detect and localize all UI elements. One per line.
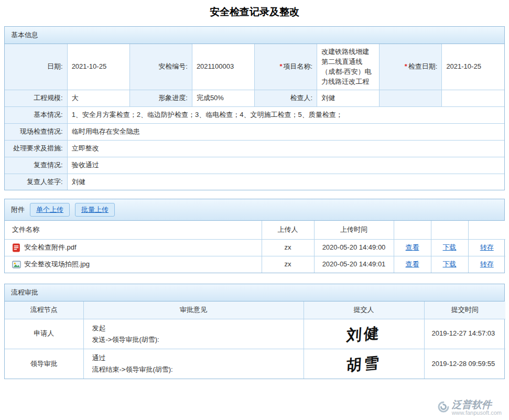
basic-row-measures: 处理要求及措施: 立即整改 <box>5 140 504 157</box>
basic-situation-label: 基本情况: <box>5 107 67 124</box>
opinion-line: 通过 <box>92 352 299 364</box>
measures-value: 立即整改 <box>67 140 504 157</box>
basic-row-1: 日期: 2021-10-25 安检编号: 2021100003 *项目名称: 改… <box>5 44 504 90</box>
approval-opinion: 通过 流程结束->领导审批(胡雪): <box>88 352 299 375</box>
approval-header: 流程审批 <box>5 284 504 301</box>
file-uploader: zx <box>262 256 314 273</box>
submitter-signature: 刘健 <box>346 321 382 347</box>
inspection-no-value: 2021100003 <box>192 44 254 90</box>
scale-value: 大 <box>67 90 129 107</box>
submit-time: 2019-12-27 14:57:03 <box>424 319 505 349</box>
view-link[interactable]: 查看 <box>406 260 419 268</box>
opinion-line: 流程结束->领导审批(胡雪): <box>92 364 299 375</box>
empty-value-cell <box>442 90 504 107</box>
recheck-label: 复查情况: <box>5 157 67 174</box>
progress-value: 完成50% <box>192 90 254 107</box>
save-as-link[interactable]: 转存 <box>480 243 494 251</box>
file-name-cell: 安全检查附件.pdf <box>9 243 257 253</box>
basic-info-panel: 基本信息 日期: 2021-10-25 安检编号: 2021100003 *项目… <box>4 26 505 190</box>
col-action-2 <box>431 221 468 239</box>
page: 安全检查记录及整改 基本信息 日期: 2021-10-25 安检编号: 2021… <box>0 5 509 379</box>
submit-time: 2019-12-28 09:59:55 <box>424 349 505 379</box>
basic-info-header-label: 基本信息 <box>11 30 38 40</box>
approval-table: 流程节点 审批意见 提交人 提交时间 申请人 发起 发送->领导审批(胡雪): … <box>5 301 505 379</box>
basic-info-header: 基本信息 <box>5 27 504 44</box>
single-upload-button[interactable]: 单个上传 <box>30 203 70 217</box>
attachments-header-label: 附件 <box>11 205 25 214</box>
approval-header-label: 流程审批 <box>11 288 38 297</box>
measures-label: 处理要求及措施: <box>5 140 67 157</box>
save-as-link[interactable]: 转存 <box>480 260 494 268</box>
check-date-value: 2021-10-25 <box>442 44 504 90</box>
col-flow-node: 流程节点 <box>5 301 83 319</box>
project-name-label: *项目名称: <box>255 44 317 90</box>
basic-row-recheck: 复查情况: 验收通过 <box>5 157 504 174</box>
submitter-signature: 胡雪 <box>346 351 382 376</box>
required-marker: * <box>279 62 282 70</box>
file-upload-time: 2020-05-20 14:49:00 <box>314 240 394 256</box>
pdf-file-icon <box>12 243 21 252</box>
col-submit-time: 提交时间 <box>424 301 505 319</box>
vendor-url: www.fanpusoft.com <box>452 410 502 416</box>
site-check-label: 现场检查情况: <box>5 124 67 141</box>
col-upload-time: 上传时间 <box>314 221 394 239</box>
basic-situation-value: 1、安全月方案检查；2、临边防护检查；3、临电检查；4、文明施工检查；5、质量检… <box>67 107 504 124</box>
col-action-1 <box>394 221 431 239</box>
opinion-line: 发送->领导审批(胡雪): <box>92 334 299 346</box>
file-name: 安全检查附件.pdf <box>24 243 77 253</box>
check-date-label: *检查日期: <box>380 44 442 90</box>
download-link[interactable]: 下载 <box>443 260 457 268</box>
opinion-line: 发起 <box>92 322 299 334</box>
flow-node: 申请人 <box>5 319 83 349</box>
inspector-label: 检查人: <box>255 90 317 107</box>
recheck-sign-label: 复查人签字: <box>5 174 67 190</box>
project-name-value: 改建铁路线增建第二线直通线（成都-西安）电力线路迁改工程 <box>317 44 380 90</box>
site-check-value: 临时用电存在安全隐患 <box>67 124 504 141</box>
basic-row-site-check: 现场检查情况: 临时用电存在安全隐患 <box>5 124 504 141</box>
col-file-name: 文件名称 <box>5 221 262 239</box>
empty-label-cell <box>380 90 442 107</box>
file-name: 安全整改现场拍照.jpg <box>24 260 90 270</box>
attachments-table: 文件名称 上传人 上传时间 安全检查附件.pdf zx 2020-0 <box>5 221 505 273</box>
download-link[interactable]: 下载 <box>443 243 457 251</box>
batch-upload-button[interactable]: 批量上传 <box>75 203 115 217</box>
file-uploader: zx <box>262 240 314 256</box>
basic-row-recheck-sign: 复查人签字: 刘健 <box>5 174 504 190</box>
file-row: 安全整改现场拍照.jpg zx 2020-05-20 14:49:01 查看 下… <box>5 256 505 273</box>
col-action-3 <box>468 221 505 239</box>
vendor-brand: 泛普软件 <box>452 400 502 410</box>
vendor-logo-icon <box>437 401 450 415</box>
basic-row-situation: 基本情况: 1、安全月方案检查；2、临边防护检查；3、临电检查；4、文明施工检查… <box>5 107 504 124</box>
basic-row-2: 工程规模: 大 形象进度: 完成50% 检查人: 刘健 <box>5 90 504 107</box>
image-file-icon <box>12 260 21 269</box>
approval-header-row: 流程节点 审批意见 提交人 提交时间 <box>5 301 505 319</box>
date-label: 日期: <box>5 44 67 90</box>
required-marker: * <box>405 62 407 70</box>
file-upload-time: 2020-05-20 14:49:01 <box>314 256 394 273</box>
scale-label: 工程规模: <box>5 90 67 107</box>
attachments-panel: 附件 单个上传 批量上传 文件名称 上传人 上传时间 <box>4 199 505 273</box>
progress-label: 形象进度: <box>129 90 192 107</box>
recheck-value: 验收通过 <box>67 157 504 174</box>
vendor-text: 泛普软件 www.fanpusoft.com <box>452 400 502 416</box>
basic-info-table: 日期: 2021-10-25 安检编号: 2021100003 *项目名称: 改… <box>5 44 504 190</box>
attachments-header: 附件 单个上传 批量上传 <box>5 199 504 221</box>
vendor-watermark: 泛普软件 www.fanpusoft.com <box>435 399 504 417</box>
approval-row: 领导审批 通过 流程结束->领导审批(胡雪): 胡雪 2019-12-28 09… <box>5 349 505 379</box>
flow-node: 领导审批 <box>5 349 83 379</box>
inspection-no-label: 安检编号: <box>129 44 192 90</box>
date-value: 2021-10-25 <box>67 44 129 90</box>
attachments-header-row: 文件名称 上传人 上传时间 <box>5 221 505 239</box>
approval-row: 申请人 发起 发送->领导审批(胡雪): 刘健 2019-12-27 14:57… <box>5 319 505 349</box>
col-uploader: 上传人 <box>262 221 314 239</box>
view-link[interactable]: 查看 <box>406 243 419 251</box>
recheck-sign-value: 刘健 <box>67 174 504 190</box>
col-submitter: 提交人 <box>304 301 424 319</box>
col-opinion: 审批意见 <box>83 301 304 319</box>
approval-opinion: 发起 发送->领导审批(胡雪): <box>88 322 299 346</box>
approval-panel: 流程审批 流程节点 审批意见 提交人 提交时间 申请人 发起 发送->领导审批(… <box>4 284 505 379</box>
page-title: 安全检查记录及整改 <box>4 5 505 19</box>
file-name-cell: 安全整改现场拍照.jpg <box>9 260 257 270</box>
inspector-value: 刘健 <box>317 90 380 107</box>
file-row: 安全检查附件.pdf zx 2020-05-20 14:49:00 查看 下载 … <box>5 240 505 256</box>
